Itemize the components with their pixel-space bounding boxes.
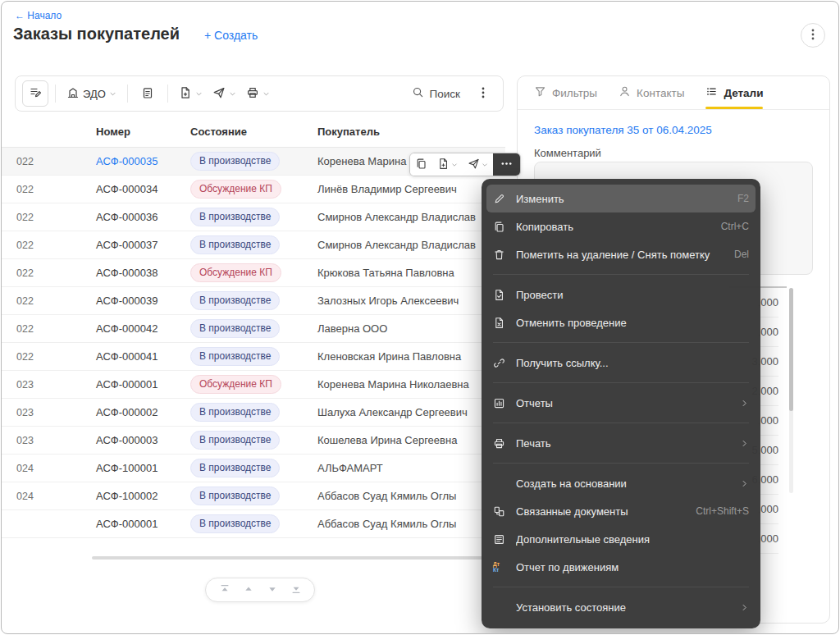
menu-item[interactable]: Дополнительные сведения — [482, 525, 760, 553]
status-badge: В производстве — [190, 319, 280, 338]
send-button[interactable] — [208, 80, 240, 107]
menu-item[interactable]: Создать на основании — [482, 469, 760, 497]
previous-page-button[interactable] — [243, 583, 254, 597]
status-badge: В производстве — [190, 152, 280, 171]
cell-date: 022 — [2, 240, 84, 251]
copy-icon — [415, 158, 427, 172]
menu-item[interactable]: Печать — [482, 429, 760, 457]
tab-details[interactable]: Детали — [705, 76, 763, 109]
tab-filters[interactable]: Фильтры — [534, 76, 597, 109]
column-customer[interactable]: Покупатель — [305, 126, 505, 138]
chevron-right-icon — [740, 479, 749, 488]
tab-contacts[interactable]: Контакты — [619, 76, 684, 109]
cell-date: 022 — [2, 351, 84, 363]
table-row[interactable]: 023АСФ-000002В производствеШалуха Алекса… — [2, 399, 505, 427]
menu-item[interactable]: Отменить проведение — [482, 308, 760, 336]
list-toolbar: ЭДО Поиск — [15, 75, 504, 112]
row-send-button[interactable] — [463, 153, 493, 176]
menu-item[interactable]: Пометить на удаление / Снять пометкуDel — [482, 240, 760, 268]
edo-button[interactable]: ЭДО — [62, 80, 121, 107]
chevron-down-icon — [482, 162, 488, 168]
cell-customer: Аббасов Суад Кямиль Оглы — [305, 490, 505, 502]
trash-icon — [493, 248, 508, 261]
cell-customer: Смирнов Александр Владислав — [305, 211, 505, 223]
table-row[interactable]: 022АСФ-000042В производствеЛаверна ООО — [2, 315, 505, 343]
cell-customer: Шалуха Александр Сергеевич — [305, 406, 505, 418]
go-last-button[interactable] — [290, 583, 302, 597]
row-action-toolbar — [409, 153, 521, 176]
toolbar-separator — [127, 85, 128, 103]
menu-item[interactable]: ДтКтОтчет по движениям — [482, 553, 760, 581]
table-row[interactable]: 022АСФ-000039В производствеЗалозных Игор… — [2, 287, 505, 315]
menu-item[interactable]: ИзменитьF2 — [486, 185, 756, 212]
menu-item-label: Отменить проведение — [516, 317, 749, 329]
go-top-icon — [219, 583, 231, 597]
create-based-on-button[interactable] — [175, 80, 207, 107]
menu-item-label: Дополнительные сведения — [516, 533, 749, 546]
table-row[interactable]: 024АСФ-100001В производствеАЛЬФАМАРТ — [2, 455, 505, 482]
menu-item[interactable]: Связанные документыCtrl+Shift+S — [482, 497, 760, 525]
orders-table: Номер Состояние Покупатель 022АСФ-000035… — [2, 116, 505, 538]
menu-item[interactable]: Провести — [482, 281, 760, 308]
row-more-button[interactable] — [493, 153, 520, 176]
window-menu-button[interactable] — [801, 23, 825, 48]
row-copy-button[interactable] — [410, 153, 432, 176]
menu-divider — [493, 423, 749, 423]
kebab-icon — [806, 28, 819, 43]
table-row[interactable]: 023АСФ-000001Обсуждение КПКоренева Марин… — [2, 371, 505, 399]
cell-date: 024 — [2, 463, 84, 474]
print-button[interactable] — [242, 80, 274, 107]
edit-list-button[interactable] — [22, 80, 48, 107]
table-row[interactable]: 022АСФ-000034Обсуждение КПЛинёв Владимир… — [2, 176, 505, 203]
create-button[interactable]: + Создать — [204, 29, 258, 42]
table-row[interactable]: 022АСФ-000041В производствеКленовская Ир… — [2, 343, 505, 371]
table-row[interactable]: 023АСФ-000003В производствеКошелева Ирин… — [2, 427, 505, 455]
printer-icon — [493, 436, 508, 450]
column-number[interactable]: Номер — [84, 126, 178, 138]
toolbar-more-button[interactable] — [470, 80, 496, 107]
status-badge: В производстве — [190, 208, 280, 226]
vertical-scrollbar[interactable] — [789, 288, 793, 493]
table-row[interactable]: 022АСФ-000036В производствеСмирнов Алекс… — [2, 203, 505, 231]
table-row[interactable]: 022АСФ-000038Обсуждение КПКрюкова Татьян… — [2, 259, 505, 287]
up-icon — [243, 583, 254, 597]
table-row[interactable]: 024АСФ-100002В производствеАббасов Суад … — [2, 482, 505, 510]
scrollbar-thumb[interactable] — [789, 288, 793, 411]
pencil-icon — [493, 192, 508, 205]
document-link[interactable]: Заказ покупателя 35 от 06.04.2025 — [534, 124, 712, 136]
details-tabs: Фильтры Контакты Детали — [518, 76, 829, 109]
chevron-right-icon — [740, 399, 749, 408]
row-create-based-on-button[interactable] — [432, 153, 463, 176]
link-icon — [493, 356, 508, 369]
ellipsis-icon — [500, 158, 513, 172]
column-state[interactable]: Состояние — [178, 126, 305, 138]
menu-item[interactable]: Установить состояние — [482, 593, 760, 621]
cell-date: 024 — [2, 491, 84, 502]
search-button[interactable]: Поиск — [412, 86, 460, 101]
cell-state: В производстве — [178, 235, 305, 254]
table-row[interactable]: 022АСФ-000037В производствеСмирнов Алекс… — [2, 231, 505, 259]
menu-divider — [493, 382, 749, 383]
menu-item[interactable]: Получить ссылку... — [482, 349, 760, 377]
cell-state: В производстве — [178, 403, 305, 422]
pagination — [205, 578, 315, 602]
cell-date: 022 — [2, 295, 84, 307]
send-icon — [468, 158, 480, 172]
person-icon — [619, 85, 631, 100]
doc-unpost-icon — [493, 316, 508, 329]
menu-item[interactable]: КопироватьCtrl+C — [482, 212, 760, 240]
page-title: Заказы покупателей — [13, 25, 180, 43]
funnel-icon — [534, 85, 546, 100]
go-first-button[interactable] — [219, 583, 231, 597]
post-button[interactable] — [135, 80, 161, 107]
linked-docs-icon — [493, 505, 508, 518]
back-link[interactable]: ← Начало — [15, 10, 62, 21]
table-row[interactable]: АСФ-000001В производствеАббасов Суад Кям… — [2, 510, 505, 538]
horizontal-scrollbar[interactable] — [92, 556, 484, 560]
menu-item[interactable]: Отчеты — [482, 389, 760, 417]
report-icon — [493, 396, 508, 409]
cell-date: 022 — [2, 156, 84, 167]
next-page-button[interactable] — [267, 583, 278, 597]
send-icon — [212, 86, 226, 102]
status-badge: В производстве — [190, 487, 280, 505]
